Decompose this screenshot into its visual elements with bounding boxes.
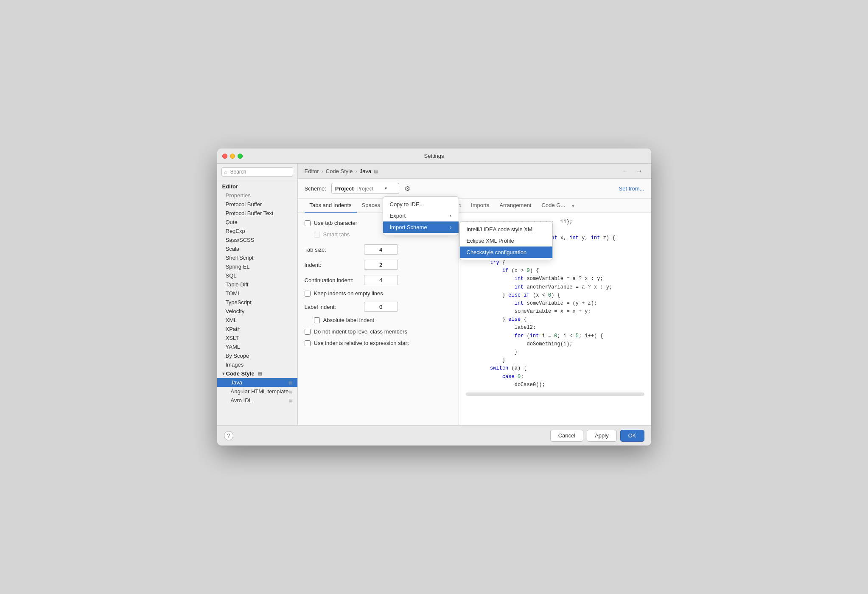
sidebar-item-toml[interactable]: TOML <box>217 289 297 298</box>
scheme-sub: Project <box>356 185 373 192</box>
continuation-indent-label: Continuation indent: <box>305 277 364 283</box>
page-settings-icon: ▤ <box>374 168 378 174</box>
apply-button[interactable]: Apply <box>587 430 617 442</box>
cancel-button[interactable]: Cancel <box>550 430 583 442</box>
sidebar-item-by-scope[interactable]: By Scope <box>217 351 297 360</box>
scheme-label: Scheme: <box>305 185 326 192</box>
sidebar-item-xslt[interactable]: XSLT <box>217 333 297 342</box>
use-indents-relative-checkbox[interactable] <box>305 340 311 346</box>
keep-indents-checkbox[interactable] <box>305 291 311 297</box>
sidebar-item-protocol-buffer-text[interactable]: Protocol Buffer Text <box>217 209 297 218</box>
absolute-label-indent-label: Absolute label indent <box>323 317 375 323</box>
absolute-label-row: Absolute label indent <box>305 317 452 323</box>
tabs-overflow-button[interactable]: ▾ <box>572 203 574 209</box>
sidebar-item-code-style[interactable]: ▾ Code Style ▤ <box>217 369 297 378</box>
title-bar: Settings <box>217 148 651 164</box>
angular-badge: ▤ <box>288 389 292 394</box>
sidebar-item-spring-el[interactable]: Spring EL <box>217 262 297 271</box>
gear-menu-import-scheme[interactable]: Import Scheme › IntelliJ IDEA code style… <box>383 221 459 233</box>
minimize-button[interactable] <box>230 154 235 159</box>
tab-spaces[interactable]: Spaces <box>357 199 385 213</box>
tab-imports[interactable]: Imports <box>466 199 494 213</box>
sidebar-item-qute[interactable]: Qute <box>217 218 297 227</box>
sidebar-item-shell-script[interactable]: Shell Script <box>217 253 297 262</box>
tab-tabs-and-indents[interactable]: Tabs and Indents <box>305 199 357 213</box>
indent-row: Indent: <box>305 260 452 270</box>
breadcrumb: Editor › Code Style › Java ▤ <box>305 168 378 174</box>
sidebar-item-angular-html[interactable]: Angular HTML template ▤ <box>217 387 297 396</box>
sidebar-item-table-diff[interactable]: Table Diff <box>217 280 297 289</box>
content-area: Editor › Code Style › Java ▤ ← → Scheme:… <box>298 164 651 425</box>
do-not-indent-label: Do not indent top level class members <box>314 328 407 335</box>
gear-menu-export[interactable]: Export › <box>383 210 459 221</box>
bottom-bar: ? Cancel Apply OK <box>217 425 651 446</box>
main-layout: Editor Properties Protocol Buffer Protoc… <box>217 164 651 425</box>
sidebar-item-sql[interactable]: SQL <box>217 271 297 280</box>
tab-size-label: Tab size: <box>305 247 364 253</box>
form-area: Use tab character Smart tabs Tab size: I… <box>298 213 459 425</box>
action-buttons: Cancel Apply OK <box>550 430 644 442</box>
nav-buttons: ← → <box>621 167 644 175</box>
tab-arrangement[interactable]: Arrangement <box>494 199 536 213</box>
traffic-lights <box>222 154 243 159</box>
nav-forward-button[interactable]: → <box>634 167 644 175</box>
import-submenu-intellij[interactable]: IntelliJ IDEA code style XML <box>460 224 552 235</box>
sidebar-item-typescript[interactable]: TypeScript <box>217 298 297 307</box>
scheme-dropdown-arrow: ▼ <box>384 186 389 191</box>
use-tab-character-checkbox[interactable] <box>305 220 311 226</box>
sidebar-item-sass[interactable]: Sass/SCSS <box>217 235 297 244</box>
breadcrumb-code-style: Code Style <box>326 168 353 174</box>
gear-menu: Copy to IDE... Export › Import Scheme › … <box>383 196 459 235</box>
sidebar-item-scala[interactable]: Scala <box>217 244 297 253</box>
sidebar-item-properties[interactable]: Properties <box>217 191 297 200</box>
settings-window: Settings Editor Properties Protocol Buff… <box>217 148 651 446</box>
sidebar-item-java[interactable]: Java ▤ <box>217 378 297 387</box>
continuation-indent-input[interactable] <box>364 275 398 285</box>
ok-button[interactable]: OK <box>620 430 644 442</box>
sidebar-item-velocity[interactable]: Velocity <box>217 307 297 316</box>
horizontal-scrollbar[interactable] <box>466 392 644 396</box>
import-submenu-eclipse[interactable]: Eclipse XML Profile <box>460 235 552 247</box>
smart-tabs-label: Smart tabs <box>323 231 350 238</box>
sidebar-item-xml[interactable]: XML <box>217 316 297 325</box>
sidebar-list: Editor Properties Protocol Buffer Protoc… <box>217 180 297 425</box>
avro-badge: ▤ <box>288 398 292 403</box>
sidebar-item-regexp[interactable]: RegExp <box>217 227 297 235</box>
label-indent-input[interactable] <box>364 302 398 312</box>
code-line: switch (a) { <box>466 364 644 373</box>
maximize-button[interactable] <box>238 154 243 159</box>
indent-label: Indent: <box>305 262 364 268</box>
code-line: label2: <box>466 324 644 332</box>
scheme-dropdown[interactable]: Project Project ▼ <box>331 183 399 194</box>
absolute-label-indent-checkbox[interactable] <box>314 317 320 323</box>
window-title: Settings <box>424 153 444 159</box>
code-line: int anotherVariable = a ? x : y; <box>466 283 644 291</box>
sidebar-item-xpath[interactable]: XPath <box>217 325 297 333</box>
label-indent-label: Label indent: <box>305 304 364 310</box>
code-line: } <box>466 348 644 356</box>
indent-input[interactable] <box>364 260 398 270</box>
gear-menu-copy-to-ide[interactable]: Copy to IDE... <box>383 199 459 210</box>
code-line: } else { <box>466 316 644 324</box>
keep-indents-row: Keep indents on empty lines <box>305 290 452 297</box>
sidebar-item-avro-idl[interactable]: Avro IDL ▤ <box>217 396 297 405</box>
smart-tabs-checkbox[interactable] <box>314 232 320 238</box>
breadcrumb-java: Java <box>360 168 371 174</box>
do-not-indent-checkbox[interactable] <box>305 329 311 335</box>
set-from-link[interactable]: Set from... <box>619 185 644 192</box>
sidebar-item-editor[interactable]: Editor <box>217 182 297 191</box>
tabs-row: Tabs and Indents Spaces Wrapping and... … <box>298 199 651 213</box>
help-button[interactable]: ? <box>224 431 233 440</box>
sidebar-item-yaml[interactable]: YAML <box>217 342 297 351</box>
search-input[interactable] <box>221 167 293 177</box>
tab-code-gen[interactable]: Code G... <box>537 199 571 213</box>
nav-back-button[interactable]: ← <box>621 167 631 175</box>
continuation-indent-row: Continuation indent: <box>305 275 452 285</box>
code-line: } <box>466 356 644 364</box>
sidebar-item-protocol-buffer[interactable]: Protocol Buffer <box>217 200 297 209</box>
import-submenu-checkstyle[interactable]: Checkstyle configuration <box>460 247 552 258</box>
scheme-gear-button[interactable]: ⚙ <box>404 185 410 193</box>
close-button[interactable] <box>222 154 227 159</box>
sidebar-item-images[interactable]: Images <box>217 360 297 369</box>
tab-size-input[interactable] <box>364 244 398 255</box>
